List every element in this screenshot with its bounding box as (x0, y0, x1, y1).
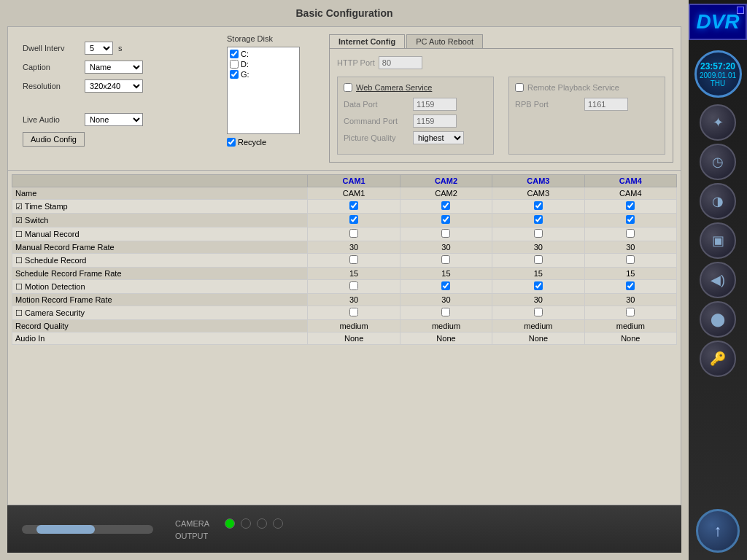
clock-button[interactable]: ◷ (700, 144, 736, 180)
contrast-button[interactable]: ◑ (700, 183, 736, 219)
row-label-motion: ☐ Motion Detection (12, 280, 308, 294)
cam4-motion-fps: 30 (584, 294, 676, 306)
command-port-row: Command Port (344, 114, 487, 128)
cam4-motion (584, 280, 676, 294)
cam1-timestamp (308, 200, 400, 214)
cam3-schedule (492, 254, 584, 268)
output-label: OUTPUT (175, 532, 219, 540)
row-label-timestamp: ☑ Time Stamp (12, 200, 308, 214)
tab-content-internet: HTTP Port Web Camera Service (329, 48, 673, 163)
cam2-schedule (400, 254, 492, 268)
left-config: Dwell Interv 5101520 s Caption NameNumbe… (15, 34, 205, 163)
recycle-checkbox[interactable] (227, 138, 236, 147)
scroll-thumb (36, 525, 95, 534)
display-button[interactable]: ▣ (700, 222, 736, 259)
table-row: Manual Record Frame Rate 30 30 30 30 (12, 241, 677, 254)
cam1-manual-record (308, 228, 400, 241)
cam1-switch (308, 214, 400, 228)
cam1-schedule (308, 254, 400, 268)
caption-select[interactable]: NameNumber (85, 61, 143, 74)
volume-button[interactable]: ◀) (700, 262, 736, 298)
command-port-input[interactable] (413, 114, 457, 128)
row-label-security: ☐ Camera Security (12, 306, 308, 320)
cam1-audio-in: None (308, 332, 400, 345)
table-row: Record Quality medium medium medium medi… (12, 320, 677, 332)
cam1-schedule-fps: 15 (308, 268, 400, 280)
minimize-button[interactable] (737, 7, 744, 14)
dwell-interv-label: Dwell Interv (23, 44, 81, 52)
disk-item-c: C: (230, 50, 297, 58)
web-camera-service-panel: Web Camera Service Data Port Command Por… (337, 77, 494, 155)
dvr-logo: DVR (696, 10, 739, 34)
disk-d-checkbox[interactable] (230, 60, 239, 69)
picture-quality-select[interactable]: highest high medium low (413, 131, 464, 144)
recycle-row: Recycle (227, 138, 322, 147)
cam1-manual-fps: 30 (308, 241, 400, 254)
camera-button[interactable]: ⬤ (700, 301, 736, 338)
cam4-quality: medium (584, 320, 676, 332)
data-port-input[interactable] (413, 98, 457, 111)
cam2-audio-in: None (400, 332, 492, 345)
caption-label: Caption (23, 63, 81, 71)
table-row: Schedule Record Frame Rate 15 15 15 15 (12, 268, 677, 280)
disk-list: C: D: G: (227, 47, 300, 134)
disk-g-checkbox[interactable] (230, 70, 239, 79)
http-port-input[interactable] (379, 56, 422, 69)
cam3-manual-record (492, 228, 584, 241)
back-icon: ↑ (714, 521, 722, 540)
resolution-label: Resolution (23, 82, 81, 90)
recycle-label: Recycle (238, 138, 266, 147)
dvr-logo-box: DVR (689, 4, 746, 40)
web-camera-service-checkbox[interactable] (344, 83, 352, 92)
key-button[interactable]: 🔑 (700, 341, 736, 377)
cam2-quality: medium (400, 320, 492, 332)
cam2-schedule-fps: 15 (400, 268, 492, 280)
page-title: Basic Configuration (7, 7, 681, 19)
remote-playback-service-panel: Remote Playback Service RPB Port (508, 77, 665, 155)
remote-playback-checkbox[interactable] (515, 83, 524, 92)
bottom-bar: CAMERA OUTPUT (7, 505, 681, 553)
remote-playback-label: Remote Playback Service (527, 83, 619, 92)
table-row: ☐ Camera Security (12, 306, 677, 320)
back-button[interactable]: ↑ (696, 509, 740, 553)
live-audio-label: Live Audio (23, 115, 81, 124)
network-icon: ✦ (713, 114, 724, 131)
cam1-quality: medium (308, 320, 400, 332)
cam4-timestamp (584, 200, 676, 214)
rpb-port-input[interactable] (584, 98, 628, 111)
cam4-audio-in: None (584, 332, 676, 345)
command-port-label: Command Port (344, 117, 409, 125)
disk-item-d: D: (230, 60, 297, 69)
tab-internet-config[interactable]: Internet Config (329, 34, 405, 48)
camera-dot-3 (257, 518, 267, 529)
network-button[interactable]: ✦ (700, 104, 736, 141)
resolution-row: Resolution 320x240640x480 (23, 79, 198, 93)
services-row: Web Camera Service Data Port Command Por… (337, 77, 665, 155)
dwell-interv-select[interactable]: 5101520 (85, 42, 113, 55)
col-header-cam1: CAM1 (308, 175, 400, 187)
cam3-motion-fps: 30 (492, 294, 584, 306)
tab-bar: Internet Config PC Auto Reboot (329, 34, 673, 48)
disk-c-checkbox[interactable] (230, 50, 239, 58)
cam2-timestamp (400, 200, 492, 214)
storage-disk-section: Storage Disk C: D: G: (227, 34, 322, 163)
tab-pc-auto-reboot[interactable]: PC Auto Reboot (406, 34, 483, 48)
live-audio-select[interactable]: NoneCAM1CAM2 (85, 113, 143, 126)
live-audio-row: Live Audio NoneCAM1CAM2 (23, 113, 198, 126)
row-label-schedule-fps: Schedule Record Frame Rate (12, 268, 308, 280)
audio-config-button[interactable]: Audio Config (23, 132, 85, 147)
cam4-security (584, 306, 676, 320)
camera-indicators: CAMERA OUTPUT (175, 518, 667, 540)
row-label-manual-record: ☐ Manual Record (12, 228, 308, 241)
cam3-manual-fps: 30 (492, 241, 584, 254)
cam4-schedule-fps: 15 (584, 268, 676, 280)
scroll-track[interactable] (22, 525, 153, 534)
clock-date: 2009.01.01 (700, 71, 736, 79)
camera-dot-4 (273, 518, 283, 529)
picture-quality-row: Picture Quality highest high medium low (344, 131, 487, 144)
clock-icon: ◷ (712, 154, 724, 170)
resolution-select[interactable]: 320x240640x480 (85, 79, 143, 93)
row-label-audio-in: Audio In (12, 332, 308, 345)
table-row: Audio In None None None None (12, 332, 677, 345)
camera-label: CAMERA (175, 519, 219, 528)
